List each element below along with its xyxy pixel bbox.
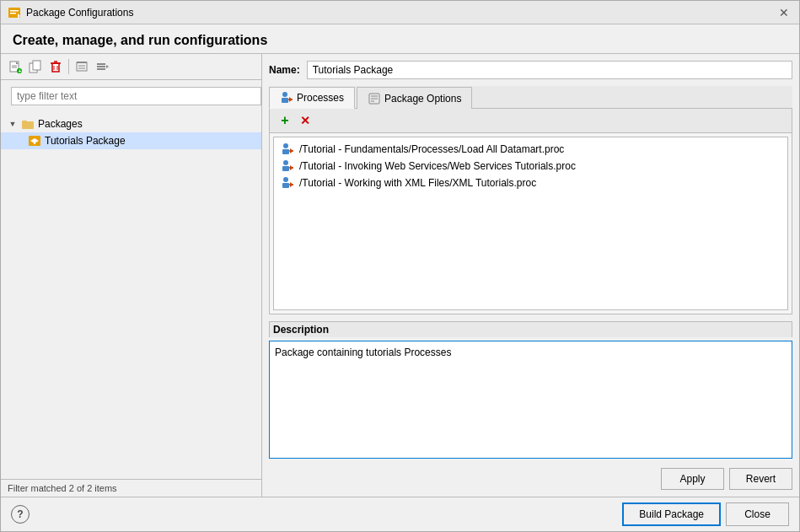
close-icon[interactable]: ✕ bbox=[776, 6, 792, 19]
tree-item-packages[interactable]: ▼ Packages bbox=[1, 116, 261, 132]
svg-rect-29 bbox=[34, 141, 35, 144]
toolbar-separator bbox=[68, 59, 69, 74]
svg-rect-26 bbox=[22, 121, 27, 123]
footer: ? Build Package Close bbox=[1, 497, 799, 531]
title-bar: Package Configurations ✕ bbox=[1, 1, 799, 24]
description-label: Description bbox=[269, 321, 792, 337]
new-config-button[interactable]: + bbox=[6, 57, 24, 76]
tutorials-package-label: Tutorials Package bbox=[45, 135, 126, 147]
filter-status: Filter matched 2 of 2 items bbox=[1, 479, 261, 497]
packages-folder-icon bbox=[21, 117, 35, 131]
left-toolbar: + bbox=[1, 54, 261, 80]
process-icon-1 bbox=[281, 159, 294, 173]
apply-button[interactable]: Apply bbox=[661, 468, 724, 490]
build-package-button[interactable]: Build Package bbox=[622, 502, 721, 526]
svg-rect-21 bbox=[97, 63, 105, 65]
collapse-button[interactable] bbox=[72, 57, 91, 76]
process-item-0[interactable]: /Tutorial - Fundamentals/Processes/Load … bbox=[274, 141, 787, 158]
svg-point-38 bbox=[283, 143, 288, 148]
view-menu-button[interactable] bbox=[93, 57, 111, 76]
add-process-button[interactable]: + bbox=[277, 112, 293, 129]
expand-icon: ▼ bbox=[8, 119, 18, 129]
svg-rect-23 bbox=[97, 68, 105, 70]
process-label-1: /Tutorial - Invoking Web Services/Web Se… bbox=[299, 160, 576, 172]
dialog: Package Configurations ✕ Create, manage,… bbox=[0, 0, 800, 532]
svg-rect-31 bbox=[282, 98, 288, 103]
tab-processes[interactable]: Processes bbox=[269, 87, 355, 109]
left-panel: + bbox=[1, 54, 262, 497]
process-icon-2 bbox=[281, 176, 294, 190]
process-label-2: /Tutorial - Working with XML Files/XML T… bbox=[299, 177, 536, 189]
name-label: Name: bbox=[269, 64, 300, 76]
header-section: Create, manage, and run configurations bbox=[1, 24, 799, 54]
dialog-icon bbox=[8, 6, 21, 19]
processes-tab-label: Processes bbox=[297, 92, 344, 104]
filter-input[interactable] bbox=[11, 87, 261, 105]
dialog-close-button[interactable]: Close bbox=[726, 502, 789, 526]
svg-rect-17 bbox=[77, 62, 87, 71]
help-button[interactable]: ? bbox=[11, 505, 30, 524]
svg-rect-39 bbox=[282, 149, 289, 154]
description-textarea[interactable]: Package containing tutorials Processes bbox=[269, 341, 792, 459]
process-item-1[interactable]: /Tutorial - Invoking Web Services/Web Se… bbox=[274, 158, 787, 175]
header-title: Create, manage, and run configurations bbox=[13, 33, 787, 48]
process-icon-0 bbox=[281, 142, 294, 156]
remove-icon: ✕ bbox=[300, 114, 310, 127]
tab-package-options[interactable]: Package Options bbox=[357, 87, 472, 109]
revert-button[interactable]: Revert bbox=[729, 468, 792, 490]
description-section: Description Package containing tutorials… bbox=[269, 321, 792, 461]
remove-process-button[interactable]: ✕ bbox=[297, 112, 314, 129]
svg-rect-22 bbox=[97, 66, 105, 67]
tree-area: ▼ Packages Tutorials Package bbox=[1, 112, 261, 479]
process-item-2[interactable]: /Tutorial - Working with XML Files/XML T… bbox=[274, 175, 787, 191]
svg-rect-2 bbox=[10, 13, 16, 14]
package-options-tab-icon bbox=[368, 92, 381, 105]
process-label-0: /Tutorial - Fundamentals/Processes/Load … bbox=[299, 143, 564, 155]
processes-toolbar: + ✕ bbox=[270, 109, 792, 133]
tabs: Processes Package Options bbox=[269, 86, 792, 109]
svg-point-30 bbox=[282, 92, 287, 97]
tutorials-package-icon bbox=[28, 134, 41, 148]
package-options-tab-label: Package Options bbox=[384, 93, 461, 105]
svg-rect-12 bbox=[52, 63, 59, 72]
svg-rect-43 bbox=[282, 166, 289, 171]
svg-text:+: + bbox=[19, 68, 22, 74]
svg-rect-11 bbox=[33, 61, 40, 70]
delete-config-button[interactable] bbox=[46, 57, 65, 76]
dialog-title: Package Configurations bbox=[26, 7, 133, 19]
processes-tab-icon bbox=[280, 91, 293, 105]
packages-label: Packages bbox=[38, 118, 83, 130]
svg-rect-47 bbox=[282, 183, 289, 188]
content-area: + bbox=[1, 54, 799, 497]
filter-container bbox=[1, 80, 261, 112]
svg-rect-1 bbox=[10, 10, 19, 12]
processes-panel: + ✕ /Tutorial - Fundamental bbox=[269, 109, 792, 314]
name-input[interactable] bbox=[307, 61, 792, 79]
copy-config-button[interactable] bbox=[26, 57, 45, 76]
svg-point-42 bbox=[283, 160, 288, 165]
right-panel: Name: Processes bbox=[262, 54, 799, 497]
tree-item-tutorials-package[interactable]: Tutorials Package bbox=[1, 132, 261, 149]
name-row: Name: bbox=[269, 61, 792, 79]
footer-buttons: Build Package Close bbox=[622, 502, 789, 526]
add-icon: + bbox=[281, 113, 288, 128]
action-buttons: Apply Revert bbox=[269, 468, 792, 490]
processes-list: /Tutorial - Fundamentals/Processes/Load … bbox=[273, 137, 788, 310]
svg-point-46 bbox=[283, 177, 288, 182]
svg-marker-24 bbox=[106, 65, 109, 68]
